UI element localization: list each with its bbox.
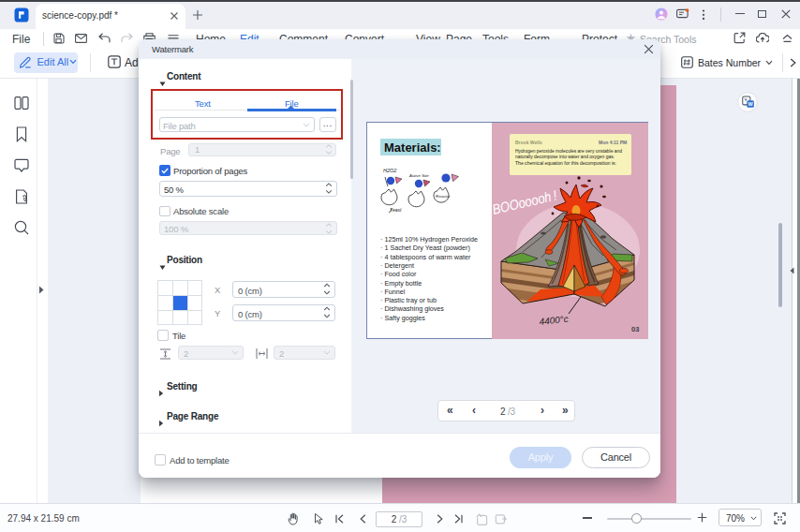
svg-text:H2O2: H2O2: [383, 168, 396, 173]
svg-text:· Dishwashing gloves: · Dishwashing gloves: [380, 304, 444, 313]
svg-text:Materials:: Materials:: [384, 140, 441, 155]
svg-text:Hydrogen peroxide molecules ar: Hydrogen peroxide molecules are very uns…: [515, 149, 622, 154]
svg-text:Yeast: Yeast: [390, 207, 402, 213]
svg-text:· Food color: · Food color: [380, 270, 417, 278]
svg-text:· Safty goggles: · Safty goggles: [380, 314, 425, 322]
svg-text:· 125ml 10% Hydrogen Peroxide: · 125ml 10% Hydrogen Peroxide: [380, 235, 478, 244]
svg-text:· Plastic tray or tub: · Plastic tray or tub: [380, 296, 437, 304]
svg-text:The chemical equation for this: The chemical equation for this decomposi…: [515, 161, 616, 166]
svg-text:Active Site: Active Site: [408, 173, 429, 178]
svg-text:· Empty bottle: · Empty bottle: [380, 279, 422, 288]
svg-text:· Funnel: · Funnel: [380, 288, 406, 296]
svg-text:· Detergent: · Detergent: [380, 261, 414, 270]
svg-text:naturally decompose into water: naturally decompose into water and oxyge…: [515, 155, 615, 159]
svg-text:· 4 tablespoons of warm water: · 4 tablespoons of warm water: [380, 253, 471, 261]
svg-text:W: W: [748, 101, 754, 107]
svg-text:Brook Wells: Brook Wells: [515, 140, 542, 145]
svg-text:· 1 Sachet Dry Yeast (powder): · 1 Sachet Dry Yeast (powder): [380, 244, 470, 252]
svg-text:Mon 4:11 PM: Mon 4:11 PM: [599, 140, 627, 145]
svg-text:Reactor: Reactor: [436, 194, 451, 199]
svg-text:03: 03: [631, 325, 639, 333]
